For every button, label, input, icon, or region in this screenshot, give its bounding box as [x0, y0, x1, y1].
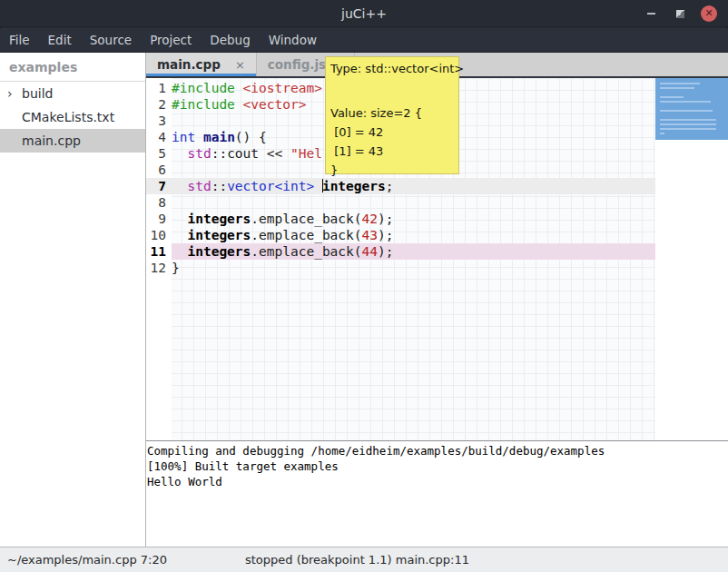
line-number[interactable]: 1: [146, 80, 166, 96]
code-token: [235, 97, 243, 112]
output-line: Compiling and debugging /home/eidheim/ex…: [147, 443, 728, 459]
code-token: #include: [172, 97, 235, 112]
code-line-text[interactable]: }: [172, 260, 655, 276]
code-token: "Hel: [290, 146, 322, 161]
code-token: () {: [235, 130, 267, 144]
code-token: main: [203, 130, 235, 144]
maximize-button[interactable]: [668, 0, 692, 27]
code-token: std: [187, 146, 211, 161]
sidebar-item-build[interactable]: ›build: [0, 82, 145, 105]
minimap-line-dash: [660, 123, 716, 125]
code-line-text[interactable]: integers.emplace_back(42);: [172, 211, 655, 227]
tooltip-line: [0] = 42: [330, 123, 454, 142]
sidebar-item-label: build: [22, 86, 53, 101]
code-line-10[interactable]: 10 integers.emplace_back(43);: [146, 227, 655, 243]
sidebar-item-main-cpp[interactable]: main.cpp: [0, 129, 145, 153]
code-token: integers: [322, 179, 386, 193]
tab-main-cpp[interactable]: main.cpp×: [146, 53, 257, 76]
code-token: [172, 212, 187, 226]
tooltip-line: Value: size=2 {: [330, 104, 454, 123]
app-window: juCi++ ✕ FileEditSourceProjectDebugWindo…: [0, 0, 728, 572]
code-token: [172, 228, 187, 242]
menu-item-edit[interactable]: Edit: [39, 28, 81, 52]
code-token: std: [187, 179, 211, 193]
line-number[interactable]: 7: [146, 178, 166, 194]
window-title: juCi++: [0, 0, 728, 27]
code-token: integers: [187, 212, 251, 226]
minimap-line-dash: [660, 101, 711, 103]
code-token: [314, 179, 322, 193]
line-number[interactable]: 11: [146, 243, 166, 260]
code-line-text[interactable]: integers.emplace_back(44);: [172, 243, 655, 260]
code-token: 44: [362, 244, 378, 259]
code-token: .emplace_back(: [251, 212, 361, 226]
output-console[interactable]: Compiling and debugging /home/eidheim/ex…: [146, 440, 728, 547]
code-token: );: [378, 212, 393, 226]
code-line-text[interactable]: integers.emplace_back(43);: [172, 227, 655, 243]
sidebar-item-label: CMakeLists.txt: [22, 110, 114, 124]
code-token: );: [378, 244, 393, 259]
code-token: .emplace_back(: [251, 228, 361, 242]
code-token: integers: [187, 244, 251, 259]
tab-close-icon[interactable]: ×: [235, 58, 245, 72]
sidebar-item-label: main.cpp: [22, 133, 81, 148]
code-token: }: [172, 261, 180, 275]
code-token: <iostream>: [243, 81, 322, 95]
minimap-line-dash: [660, 119, 716, 121]
code-line-11[interactable]: 11 integers.emplace_back(44);: [146, 243, 655, 260]
menu-item-debug[interactable]: Debug: [201, 28, 259, 52]
tab-label: main.cpp: [157, 57, 221, 72]
line-number[interactable]: 8: [146, 194, 166, 211]
code-line-text[interactable]: [172, 194, 655, 211]
code-line-9[interactable]: 9 integers.emplace_back(42);: [146, 211, 655, 227]
code-token: vector<int>: [227, 179, 314, 193]
line-number[interactable]: 4: [146, 129, 166, 145]
minimap-viewport[interactable]: [655, 78, 728, 140]
title-bar[interactable]: juCi++ ✕: [0, 0, 728, 27]
file-tree: ›buildCMakeLists.txtmain.cpp: [0, 82, 145, 153]
status-file-position: ~/examples/main.cpp 7:20: [7, 547, 167, 572]
menu-bar: FileEditSourceProjectDebugWindow: [0, 28, 728, 53]
minimap-line-dash: [660, 96, 684, 98]
project-name-header: examples: [0, 53, 145, 82]
line-number[interactable]: 2: [146, 96, 166, 113]
close-button[interactable]: ✕: [697, 0, 721, 27]
code-line-text[interactable]: std::vector<int> integers;: [172, 178, 655, 194]
code-line-12[interactable]: 12}: [146, 260, 655, 276]
maximize-icon: [676, 10, 684, 18]
line-number[interactable]: 3: [146, 113, 166, 129]
minimap-line-dash: [660, 83, 700, 84]
code-token: );: [378, 228, 393, 242]
code-token: [172, 244, 187, 259]
status-bar: ~/examples/main.cpp 7:20 stopped (breakp…: [0, 547, 728, 572]
sidebar-item-cmakelists-txt[interactable]: CMakeLists.txt: [0, 105, 145, 129]
line-number[interactable]: 6: [146, 162, 166, 178]
minimap-line-dash: [660, 110, 713, 112]
code-token: [172, 146, 187, 161]
code-token: [235, 81, 243, 95]
line-number[interactable]: 5: [146, 145, 166, 162]
output-line: [100%] Built target examples: [147, 459, 728, 474]
code-token: .emplace_back(: [251, 244, 361, 259]
tooltip-line: Type: std::vector<int>: [330, 59, 454, 78]
menu-item-source[interactable]: Source: [81, 28, 141, 52]
code-token: <vector>: [243, 97, 307, 112]
minimize-button[interactable]: [639, 0, 663, 27]
code-token: 42: [362, 212, 378, 226]
menu-item-file[interactable]: File: [0, 28, 39, 52]
code-token: [195, 130, 203, 144]
code-token: #include: [172, 81, 235, 95]
code-token: 43: [362, 228, 378, 242]
line-number[interactable]: 12: [146, 260, 166, 276]
menu-item-window[interactable]: Window: [260, 28, 326, 52]
minimap[interactable]: [655, 78, 728, 440]
code-token: ;: [386, 179, 394, 193]
code-line-7[interactable]: 7 std::vector<int> integers;: [146, 178, 655, 194]
line-number[interactable]: 9: [146, 211, 166, 227]
menu-item-project[interactable]: Project: [141, 28, 201, 52]
tooltip-line: [1] = 43: [330, 142, 454, 161]
code-line-8[interactable]: 8: [146, 194, 655, 211]
code-token: [172, 179, 187, 193]
line-number[interactable]: 10: [146, 227, 166, 243]
debug-value-tooltip: Type: std::vector<int>Value: size=2 { [0…: [325, 56, 459, 174]
